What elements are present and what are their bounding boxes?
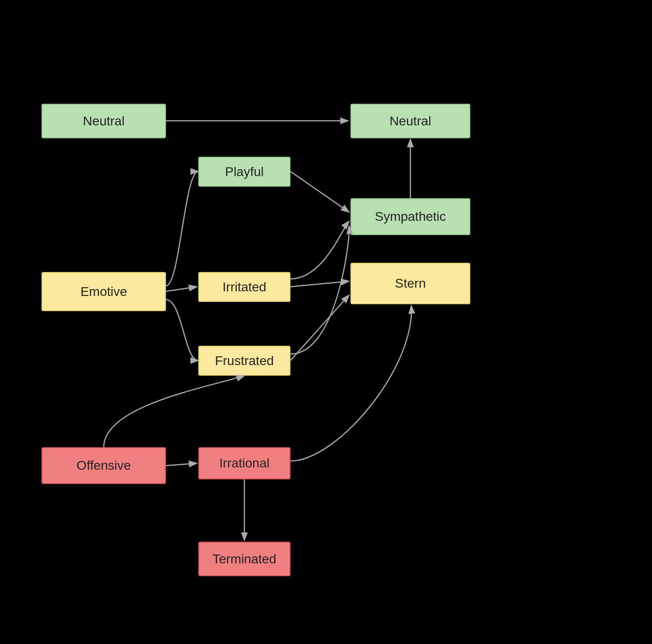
node-neutral-right-label: Neutral	[390, 114, 431, 129]
node-stern-label: Stern	[395, 276, 426, 291]
node-irritated-label: Irritated	[223, 280, 267, 295]
node-frustrated-label: Frustrated	[215, 354, 274, 368]
node-irrational-label: Irrational	[219, 456, 270, 471]
node-neutral-right: Neutral	[350, 104, 470, 138]
node-stern: Stern	[350, 263, 470, 304]
svg-line-1	[166, 287, 197, 291]
node-emotive-label: Emotive	[80, 284, 127, 299]
node-playful: Playful	[198, 157, 290, 187]
svg-line-3	[290, 281, 349, 287]
node-frustrated: Frustrated	[198, 346, 290, 376]
node-playful-label: Playful	[225, 165, 264, 179]
node-offensive: Offensive	[41, 447, 166, 484]
svg-line-6	[166, 463, 197, 466]
node-neutral-left: Neutral	[41, 104, 166, 138]
svg-line-4	[290, 295, 349, 360]
node-offensive-label: Offensive	[77, 458, 131, 473]
svg-line-2	[290, 171, 349, 212]
node-terminated: Terminated	[198, 542, 290, 576]
node-irrational: Irrational	[198, 447, 290, 479]
node-emotive: Emotive	[41, 272, 166, 311]
node-sympathetic: Sympathetic	[350, 198, 470, 235]
node-irritated: Irritated	[198, 272, 290, 302]
diagram-arrows	[0, 0, 652, 644]
node-neutral-left-label: Neutral	[83, 114, 124, 129]
node-sympathetic-label: Sympathetic	[375, 209, 446, 224]
node-terminated-label: Terminated	[213, 552, 277, 567]
